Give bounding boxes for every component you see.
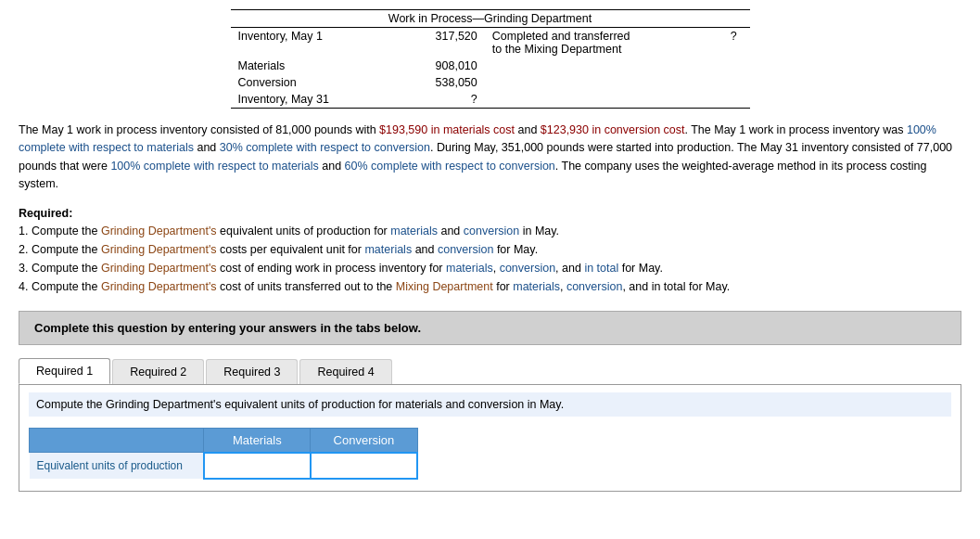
required-item-1: 1. Compute the Grinding Department's equ…	[19, 222, 961, 240]
dept-highlight-2: Grinding Department's	[101, 243, 217, 256]
tab-content-required-1: Compute the Grinding Department's equiva…	[19, 385, 961, 492]
tab-required-4[interactable]: Required 4	[299, 359, 391, 384]
table-title: Work in Process—Grinding Department	[231, 10, 750, 28]
row-value	[718, 91, 749, 109]
row-value	[718, 74, 749, 91]
table-row: Inventory, May 31 ?	[231, 91, 750, 109]
tab-required-3[interactable]: Required 3	[206, 359, 298, 384]
row-label: Inventory, May 31	[231, 91, 401, 109]
row-label: Materials	[231, 58, 401, 74]
materials-highlight-3: materials	[446, 262, 493, 275]
answer-header-row: Materials Conversion	[30, 428, 418, 453]
wip-table: Work in Process—Grinding Department Inve…	[231, 9, 750, 109]
dept-highlight-4: Grinding Department's	[101, 280, 217, 293]
answer-table: Materials Conversion Equivalent units of…	[29, 428, 418, 480]
total-highlight-3: in total	[584, 262, 618, 275]
required-label: Required:	[19, 207, 961, 220]
row-value: ?	[718, 28, 749, 58]
row-value	[718, 58, 749, 74]
row-label: Conversion	[231, 74, 401, 91]
highlight-conversion-cost: $123,930 in conversion cost	[541, 123, 685, 136]
row-desc	[485, 58, 718, 74]
tab-required-1-label: Required 1	[36, 365, 93, 378]
conversion-input[interactable]	[319, 457, 409, 474]
conversion-highlight-1: conversion	[464, 225, 519, 237]
materials-input-cell[interactable]	[204, 453, 311, 479]
row-amount: 908,010	[400, 58, 484, 74]
materials-highlight-2: materials	[364, 243, 412, 256]
row-desc: Completed and transferredto the Mixing D…	[485, 28, 718, 58]
materials-highlight-4: materials	[513, 280, 560, 293]
highlight-may31-conversion: 60% complete with respect to conversion	[345, 160, 555, 173]
required-section: Required: 1. Compute the Grinding Depart…	[19, 207, 961, 296]
table-row: Materials 908,010	[231, 58, 750, 74]
tab-required-2-label: Required 2	[130, 366, 186, 379]
top-table-section: Work in Process—Grinding Department Inve…	[231, 9, 750, 109]
tab-required-1[interactable]: Required 1	[19, 358, 110, 384]
highlight-materials-cost: $193,590 in materials cost	[379, 123, 515, 136]
tab-required-4-label: Required 4	[317, 366, 374, 379]
row-label-equiv: Equivalent units of production	[30, 453, 204, 479]
conversion-highlight-4: conversion	[566, 280, 622, 293]
materials-input[interactable]	[212, 457, 302, 474]
row-amount: 538,050	[400, 74, 484, 91]
row-desc	[485, 74, 718, 91]
row-amount: ?	[400, 91, 484, 109]
mixing-highlight-4: Mixing Department	[396, 280, 493, 293]
highlight-conversion-pct: 30% complete with respect to conversion	[220, 141, 430, 154]
tab1-description: Compute the Grinding Department's equiva…	[29, 392, 951, 417]
tab1-description-text: Compute the Grinding Department's equiva…	[36, 398, 564, 411]
row-desc	[485, 91, 718, 109]
answer-section: Materials Conversion Equivalent units of…	[29, 428, 951, 480]
tabs-row: Required 1 Required 2 Required 3 Require…	[19, 358, 961, 385]
description-text: The May 1 work in process inventory cons…	[19, 122, 961, 194]
table-title-row: Work in Process—Grinding Department	[231, 10, 750, 28]
equivalent-units-row: Equivalent units of production	[30, 453, 418, 479]
instruction-box: Complete this question by entering your …	[19, 311, 961, 345]
row-amount: 317,520	[400, 28, 484, 58]
tabs-container: Required 1 Required 2 Required 3 Require…	[19, 358, 961, 492]
tab-required-2[interactable]: Required 2	[112, 359, 204, 384]
required-item-3: 3. Compute the Grinding Department's cos…	[19, 259, 961, 277]
conversion-highlight-3: conversion	[500, 262, 555, 275]
instruction-text: Complete this question by entering your …	[34, 321, 421, 335]
table-row: Inventory, May 1 317,520 Completed and t…	[231, 28, 750, 58]
row-label: Inventory, May 1	[231, 28, 401, 58]
materials-header: Materials	[204, 428, 311, 453]
materials-highlight-1: materials	[390, 225, 438, 237]
dept-highlight-1: Grinding Department's	[101, 225, 217, 237]
empty-header	[30, 428, 204, 453]
conversion-header: Conversion	[311, 428, 417, 453]
dept-highlight-3: Grinding Department's	[101, 262, 217, 275]
tab-required-3-label: Required 3	[223, 366, 280, 379]
required-item-4: 4. Compute the Grinding Department's cos…	[19, 277, 961, 296]
conversion-highlight-2: conversion	[438, 243, 493, 256]
highlight-may31-materials: 100% complete with respect to materials	[110, 160, 318, 173]
table-row: Conversion 538,050	[231, 74, 750, 91]
conversion-input-cell[interactable]	[311, 453, 417, 479]
required-item-2: 2. Compute the Grinding Department's cos…	[19, 240, 961, 259]
